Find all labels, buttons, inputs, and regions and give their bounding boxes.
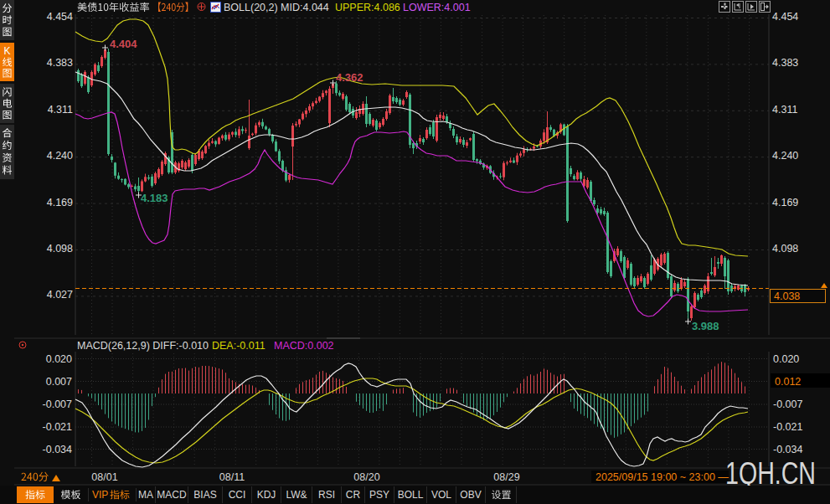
svg-text:-0.007: -0.007 [43, 399, 72, 410]
svg-text:4.383: 4.383 [47, 57, 73, 69]
svg-text:4.027: 4.027 [47, 289, 73, 301]
svg-text:4.098: 4.098 [772, 243, 798, 255]
svg-text:4.362: 4.362 [336, 71, 363, 84]
svg-text:-0.007: -0.007 [773, 399, 802, 410]
svg-text:4.169: 4.169 [47, 197, 73, 208]
svg-text:4.183: 4.183 [141, 192, 168, 204]
svg-text:4.311: 4.311 [48, 104, 73, 116]
svg-text:4.383: 4.383 [772, 57, 798, 69]
svg-text:08/20: 08/20 [353, 471, 379, 483]
svg-text:4.311: 4.311 [772, 104, 797, 116]
svg-text:-0.034: -0.034 [43, 444, 72, 455]
svg-text:BOLL(20,2) MID:4.044: BOLL(20,2) MID:4.044 [224, 2, 329, 13]
svg-text:-0.021: -0.021 [773, 421, 802, 433]
svg-text:LOWER:4.001: LOWER:4.001 [403, 2, 471, 13]
svg-text:4.454: 4.454 [772, 11, 798, 23]
svg-text:4.240: 4.240 [772, 150, 798, 162]
svg-text:-0.021: -0.021 [43, 421, 72, 433]
svg-text:3.988: 3.988 [692, 320, 719, 332]
svg-text:UPPER:4.086: UPPER:4.086 [335, 2, 400, 13]
svg-text:08/11: 08/11 [219, 471, 245, 483]
svg-text:MACD:0.002: MACD:0.002 [274, 340, 334, 352]
svg-text:-0.034: -0.034 [773, 444, 802, 455]
svg-text:4.169: 4.169 [772, 197, 798, 208]
svg-text:4.038: 4.038 [774, 291, 800, 302]
svg-text:08/01: 08/01 [91, 471, 117, 483]
svg-text:0.007: 0.007 [46, 376, 72, 388]
svg-text:DEA:-0.011: DEA:-0.011 [212, 340, 265, 352]
svg-text:2025/09/15 19:00 ~ 23:00 —: 2025/09/15 19:00 ~ 23:00 — [595, 471, 729, 483]
svg-text:4.454: 4.454 [47, 11, 73, 23]
svg-text:0.020: 0.020 [773, 353, 799, 365]
svg-text:4.240: 4.240 [47, 150, 73, 162]
svg-text:0.020: 0.020 [46, 353, 72, 365]
svg-text:4.098: 4.098 [47, 243, 73, 255]
svg-text:4.404: 4.404 [110, 38, 137, 50]
svg-text:MACD(26,12,9) DIFF:-0.010: MACD(26,12,9) DIFF:-0.010 [77, 340, 209, 352]
svg-text:0.012: 0.012 [775, 376, 801, 388]
svg-text:08/29: 08/29 [493, 471, 519, 483]
